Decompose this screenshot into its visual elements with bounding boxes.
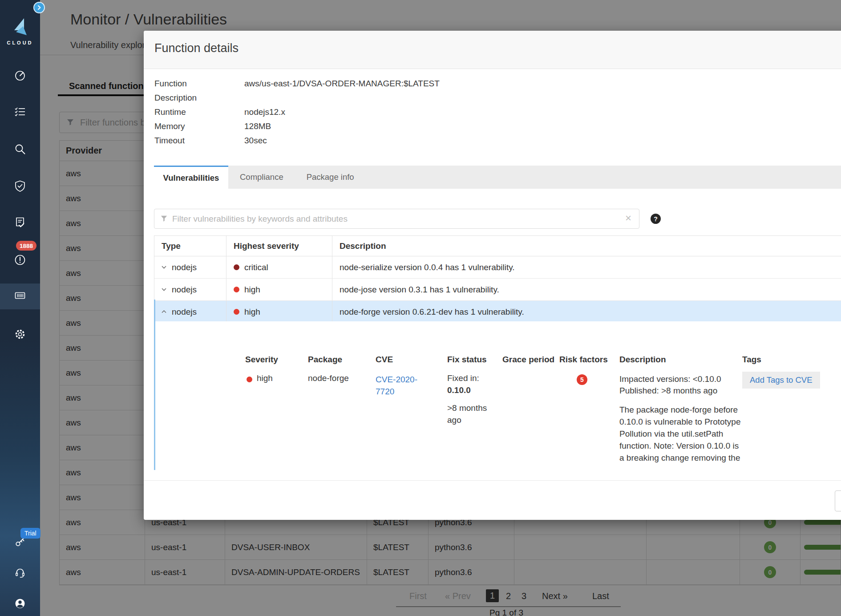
vuln-row-expanded[interactable]: nodejs high node-forge version 0.6.21-de… <box>154 301 841 323</box>
clear-filter-icon[interactable]: × <box>625 212 631 224</box>
logo-text: CLOUD <box>0 40 40 45</box>
chevron-down-icon[interactable] <box>162 266 166 269</box>
shield-check-icon[interactable] <box>13 179 27 193</box>
detail-col-fix-status: Fix status <box>447 355 487 365</box>
severity-dot-high <box>247 377 252 382</box>
vulnerabilities-filter-input[interactable] <box>154 209 639 229</box>
chevron-up-icon[interactable] <box>162 310 166 313</box>
col-type: Type <box>154 236 226 256</box>
vuln-table-header: Type Highest severity Description <box>154 236 841 256</box>
tab-package-info[interactable]: Package info <box>295 166 366 189</box>
chevron-down-icon[interactable] <box>162 288 166 291</box>
detail-package: node-forge <box>308 373 349 383</box>
detail-col-cve: CVE <box>376 355 393 365</box>
col-highest-severity: Highest severity <box>226 236 332 256</box>
app-logo[interactable]: CLOUD <box>0 17 40 45</box>
detail-col-severity: Severity <box>245 355 278 365</box>
search-icon[interactable] <box>13 142 27 156</box>
settings-gear-icon[interactable] <box>13 328 27 341</box>
fix-age: >8 months <box>447 403 487 413</box>
detail-col-tags: Tags <box>742 355 761 365</box>
support-headset-icon[interactable] <box>13 566 27 580</box>
containers-icon[interactable] <box>13 289 27 302</box>
report-check-icon[interactable] <box>13 216 27 229</box>
app-window: Monitor / Vulnerabilities Vulnerability … <box>0 0 841 616</box>
sidebar-expand-button[interactable] <box>33 2 45 13</box>
function-fields: Functionaws/us-east-1/DVSA-ORDER-MANAGER… <box>154 77 440 148</box>
add-tags-button[interactable]: Add Tags to CVE <box>742 372 820 389</box>
field-label: Memory <box>154 122 244 131</box>
account-avatar-icon[interactable] <box>13 597 27 610</box>
checklist-icon[interactable] <box>13 105 27 118</box>
cve-link[interactable]: CVE-2020- 7720 <box>376 373 417 397</box>
fix-age: ago <box>447 415 461 425</box>
vuln-row[interactable]: nodejs critical node-serialize version 0… <box>154 256 841 279</box>
footer-close-button[interactable] <box>835 490 841 511</box>
logo-icon <box>10 17 30 36</box>
cve-detail-panel: Severity Package CVE Fix status Grace pe… <box>154 321 841 473</box>
field-value: nodejs12.x <box>244 107 285 117</box>
detail-col-risk-factors: Risk factors <box>559 355 608 365</box>
field-label: Description <box>154 93 244 103</box>
modal-tabs: Vulnerabilities Compliance Package info <box>154 166 841 189</box>
fix-version: 0.10.0 <box>447 385 471 395</box>
vuln-row[interactable]: nodejs high node-jose version 0.3.1 has … <box>154 279 841 301</box>
function-details-modal: Function details Functionaws/us-east-1/D… <box>144 31 841 520</box>
field-value: 128MB <box>244 122 271 131</box>
field-value: aws/us-east-1/DVSA-ORDER-MANAGER:$LATEST <box>244 79 440 89</box>
field-label: Runtime <box>154 107 244 117</box>
cve-description: The package node-forge before 0.10.0 is … <box>619 404 745 464</box>
field-label: Timeout <box>154 136 244 146</box>
field-label: Function <box>154 79 244 89</box>
modal-title: Function details <box>154 41 239 55</box>
severity-dot-high <box>234 309 239 315</box>
alerts-count-badge: 1888 <box>16 241 36 251</box>
tab-vulnerabilities[interactable]: Vulnerabilities <box>154 166 228 189</box>
vulnerabilities-table: Type Highest severity Description nodejs… <box>154 235 841 324</box>
detail-col-package: Package <box>308 355 342 365</box>
trial-badge: Trial <box>20 528 40 539</box>
dashboard-icon[interactable] <box>13 69 27 82</box>
col-description: Description <box>332 236 841 256</box>
modal-header: Function details <box>144 31 841 69</box>
fix-status-label: Fixed in: <box>447 373 479 383</box>
field-value: 30sec <box>244 136 267 146</box>
detail-col-description: Description <box>619 355 666 365</box>
detail-severity: high <box>257 373 273 383</box>
cve-impact-lines: Impacted versions: <0.10.0 Published: >8… <box>619 373 743 397</box>
severity-dot-high <box>234 287 239 292</box>
detail-col-grace-period: Grace period <box>502 355 554 365</box>
severity-dot-critical <box>234 264 239 270</box>
expanded-row-accent <box>154 300 155 470</box>
sidebar: CLOUD 1888 <box>0 0 40 616</box>
risk-factors-badge[interactable]: 5 <box>577 374 587 385</box>
chevron-right-icon <box>36 5 42 10</box>
help-icon[interactable]: ? <box>651 214 661 224</box>
modal-footer <box>144 480 841 520</box>
alerts-icon[interactable] <box>13 253 27 267</box>
tab-compliance[interactable]: Compliance <box>228 166 295 189</box>
